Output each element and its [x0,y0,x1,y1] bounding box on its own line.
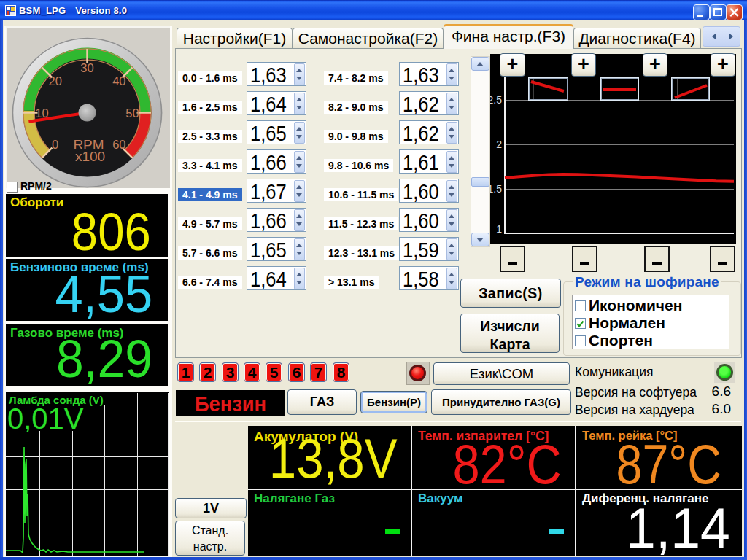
svg-text:1: 1 [496,223,502,235]
svg-text:40: 40 [112,74,125,88]
svg-text:30: 30 [80,61,93,74]
svg-text:0,01V: 0,01V [7,402,84,435]
svg-text:50: 50 [125,106,139,120]
svg-text:0: 0 [52,138,58,151]
svg-text:2: 2 [496,139,502,150]
svg-text:x100: x100 [75,149,105,164]
svg-text:60: 60 [112,138,125,151]
svg-text:20: 20 [48,74,61,88]
svg-text:1.5: 1.5 [490,183,502,195]
svg-text:2.5: 2.5 [490,94,502,106]
svg-text:10: 10 [35,106,48,120]
